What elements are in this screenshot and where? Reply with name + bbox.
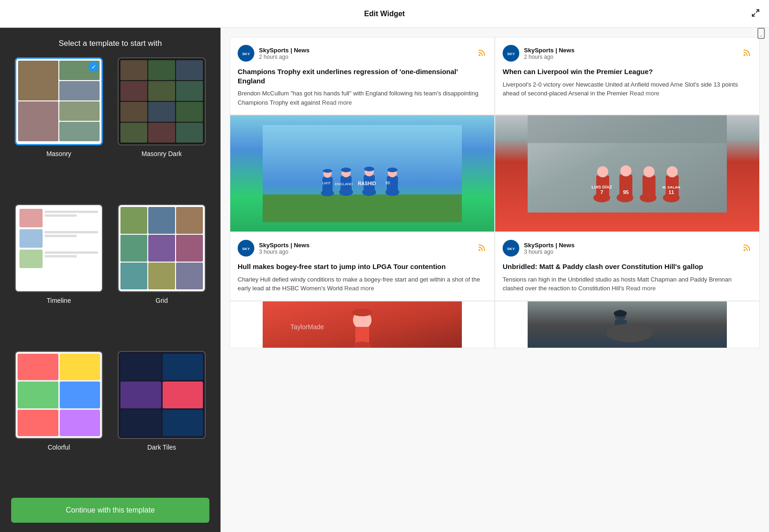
news-source-2: SkySports | News <box>259 242 473 249</box>
template-thumb-masonry[interactable]: ✓ <box>15 57 103 145</box>
read-more-2[interactable]: Read more <box>344 285 374 292</box>
template-thumb-timeline[interactable] <box>15 204 103 292</box>
news-meta-1: SkySports | News 2 hours ago <box>524 47 738 60</box>
news-card-2: SKY SkySports | News 3 hours ago <box>230 232 495 301</box>
svg-text:95: 95 <box>623 189 629 195</box>
news-meta-0: SkySports | News 2 hours ago <box>259 47 473 60</box>
svg-text:11: 11 <box>668 189 674 195</box>
news-header-1: SKY SkySports | News 2 hours ago <box>503 45 752 62</box>
svg-rect-11 <box>263 194 462 222</box>
template-label-grid: Grid <box>156 297 168 304</box>
news-grid: SKY SkySports | News 2 hours ago <box>230 37 760 348</box>
avatar-2: SKY <box>238 240 254 257</box>
template-item-dark-tiles[interactable]: Dark Tiles <box>114 351 209 490</box>
template-thumb-grid[interactable] <box>118 204 206 292</box>
news-card-0: SKY SkySports | News 2 hours ago <box>230 37 495 115</box>
template-label-timeline: Timeline <box>47 297 71 304</box>
read-more-1[interactable]: Read more <box>630 90 659 97</box>
page-title: Edit Widget <box>364 10 405 18</box>
news-body-1: Liverpool's 2-0 victory over Newcastle U… <box>503 80 752 98</box>
expand-button[interactable] <box>751 9 760 19</box>
template-grid: ✓ Masonry <box>0 57 221 490</box>
news-image-cricket: RASHID 95 LWIT ENGLAND <box>230 115 495 232</box>
rss-icon-2 <box>478 243 487 254</box>
svg-point-66 <box>744 249 745 251</box>
main-content: Select a template to start with ✓ <box>0 28 769 532</box>
template-label-colorful: Colorful <box>48 444 70 451</box>
template-thumb-colorful[interactable] <box>15 351 103 439</box>
news-source-1: SkySports | News <box>524 47 738 54</box>
news-image-golf: TaylorMade <box>230 301 495 348</box>
template-item-grid[interactable]: Grid <box>114 204 209 344</box>
template-item-colorful[interactable]: Colorful <box>11 351 107 490</box>
svg-text:ENGLAND: ENGLAND <box>335 182 353 186</box>
svg-point-29 <box>323 169 332 173</box>
template-item-masonry-dark[interactable]: Masonry Dark <box>114 57 209 197</box>
news-title-3: Unbridled: Matt & Paddy clash over Const… <box>503 262 752 271</box>
news-header-2: SKY SkySports | News 3 hours ago <box>238 240 487 257</box>
template-item-timeline[interactable]: Timeline <box>11 204 107 344</box>
svg-text:95: 95 <box>385 181 390 185</box>
svg-point-9 <box>744 54 745 56</box>
news-time-1: 2 hours ago <box>524 54 738 60</box>
svg-point-63 <box>479 249 480 251</box>
template-item-masonry[interactable]: ✓ Masonry <box>11 57 107 197</box>
svg-rect-27 <box>322 177 333 194</box>
svg-rect-2 <box>758 28 764 38</box>
svg-point-75 <box>614 310 627 317</box>
template-label-dark-tiles: Dark Tiles <box>147 444 176 451</box>
header: Edit Widget <box>0 0 769 28</box>
svg-text:SKY: SKY <box>507 52 515 56</box>
news-image-liverpool: LUIS DÍAZ 7 95 <box>495 115 760 232</box>
mobile-icon[interactable] <box>757 28 765 41</box>
news-image-horse <box>495 301 760 348</box>
svg-text:SKY: SKY <box>242 52 250 56</box>
svg-point-45 <box>620 165 631 176</box>
news-time-2: 3 hours ago <box>259 249 473 255</box>
svg-text:LUIS DÍAZ: LUIS DÍAZ <box>592 185 612 189</box>
news-title-0: Champions Trophy exit underlines regress… <box>238 67 487 85</box>
avatar-3: SKY <box>503 240 519 257</box>
news-card-1: SKY SkySports | News 2 hours ago <box>495 37 760 115</box>
svg-text:RASHID: RASHID <box>358 181 376 186</box>
svg-rect-44 <box>619 175 632 201</box>
news-header-3: SKY SkySports | News 3 hours ago <box>503 240 752 257</box>
rss-icon-1 <box>743 48 752 59</box>
news-meta-2: SkySports | News 3 hours ago <box>259 242 473 255</box>
sidebar: Select a template to start with ✓ <box>0 28 221 532</box>
svg-text:TaylorMade: TaylorMade <box>290 323 324 331</box>
svg-text:7: 7 <box>600 189 603 195</box>
svg-point-23 <box>387 168 397 172</box>
svg-point-15 <box>341 168 351 172</box>
news-title-1: When can Liverpool win the Premier Leagu… <box>503 67 752 76</box>
svg-point-52 <box>667 166 678 177</box>
news-body-2: Charley Hull defied windy conditions to … <box>238 275 487 293</box>
read-more-0[interactable]: Read more <box>322 99 352 106</box>
svg-rect-55 <box>528 115 727 143</box>
sidebar-title: Select a template to start with <box>0 28 221 57</box>
template-label-masonry: Masonry <box>46 150 71 157</box>
avatar-0: SKY <box>238 45 254 62</box>
news-source-3: SkySports | News <box>524 242 738 249</box>
svg-rect-21 <box>387 176 398 194</box>
svg-point-40 <box>597 166 608 177</box>
news-body-3: Tensions ran high in the Unbridled studi… <box>503 275 752 293</box>
svg-point-49 <box>643 166 655 177</box>
content-panel: SKY SkySports | News 2 hours ago <box>221 28 769 532</box>
svg-text:LWIT: LWIT <box>322 181 331 185</box>
svg-text:SKY: SKY <box>242 247 250 251</box>
read-more-3[interactable]: Read more <box>626 285 656 292</box>
continue-button[interactable]: Continue with this template <box>11 498 209 523</box>
news-time-3: 3 hours ago <box>524 249 738 255</box>
svg-point-77 <box>606 324 653 342</box>
news-card-3: SKY SkySports | News 3 hours ago <box>495 232 760 301</box>
svg-point-71 <box>352 309 372 316</box>
news-source-0: SkySports | News <box>259 47 473 54</box>
selected-checkmark: ✓ <box>88 62 99 72</box>
rss-icon-3 <box>743 243 752 254</box>
template-thumb-dark-tiles[interactable] <box>118 351 206 439</box>
news-title-2: Hull makes bogey-free start to jump into… <box>238 262 487 271</box>
template-thumb-masonry-dark[interactable] <box>118 57 206 145</box>
news-time-0: 2 hours ago <box>259 54 473 60</box>
rss-icon-0 <box>478 48 487 59</box>
